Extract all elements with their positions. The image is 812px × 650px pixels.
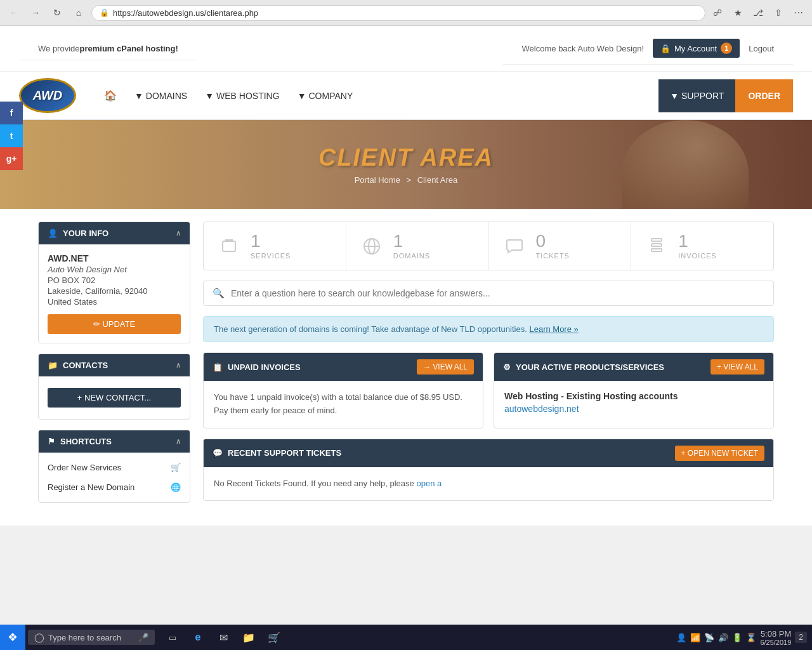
back-button[interactable]: ← (5, 4, 23, 22)
facebook-button[interactable]: f (0, 102, 23, 124)
contacts-header[interactable]: 📁 CONTACTS ∧ (39, 354, 190, 376)
right-main: 1 SERVICES 1 DOMAINS (203, 222, 774, 513)
your-info-body: AWD.NET Auto Web Design Net PO BOX 702 L… (39, 244, 190, 343)
share-icon[interactable]: ⇧ (770, 4, 787, 21)
nav-company-arrow-icon: ▼ (298, 91, 306, 101)
breadcrumb-home-link[interactable]: Portal Home (355, 175, 400, 185)
services-card-title: YOUR ACTIVE PRODUCTS/SERVICES (516, 362, 664, 372)
top-banner: We provide premium cPanel hosting! Welco… (0, 26, 812, 72)
logout-link[interactable]: Logout (749, 44, 774, 53)
search-bar: 🔍 (203, 281, 774, 306)
shortcut-domain-label: Register a New Domain (48, 482, 134, 492)
search-icon: 🔍 (213, 288, 225, 299)
twitter-button[interactable]: t (0, 124, 23, 147)
contacts-body: + NEW CONTACT... (39, 376, 190, 419)
shortcuts-chevron-icon: ∧ (176, 437, 181, 446)
tickets-count: 0 (536, 232, 570, 250)
nav-web-hosting[interactable]: ▼ WEB HOSTING (196, 78, 288, 113)
services-card-header: ⚙ YOUR ACTIVE PRODUCTS/SERVICES + VIEW A… (494, 353, 773, 381)
invoices-label: INVOICES (678, 252, 717, 260)
nav-domains-arrow-icon: ▼ (134, 91, 143, 101)
shortcut-order-services[interactable]: Order New Services 🛒 (39, 458, 190, 477)
nav-support-button[interactable]: ▼ SUPPORT (658, 79, 735, 112)
nav-order-button[interactable]: ORDER (735, 79, 793, 112)
services-card-icon: ⚙ (503, 362, 511, 372)
services-view-all-button[interactable]: + VIEW ALL (710, 359, 764, 375)
account-badge: 1 (721, 43, 732, 54)
stat-tickets: 0 TICKETS (489, 222, 632, 270)
more-options-icon[interactable]: ⋯ (790, 4, 807, 21)
open-ticket-link[interactable]: open a (416, 479, 442, 488)
address-bar[interactable]: 🔒 https://autowebdesign.us/clientarea.ph… (91, 5, 705, 21)
services-card-body: Web Hosting - Existing Hosting accounts … (494, 381, 773, 424)
logo-text: AWD (33, 88, 63, 103)
contacts-section: 📁 CONTACTS ∧ + NEW CONTACT... (38, 354, 190, 420)
domains-label: DOMAINS (393, 252, 430, 260)
service-name: Web Hosting - Existing Hosting accounts (504, 391, 763, 401)
your-info-header[interactable]: 👤 YOUR INFO ∧ (39, 222, 190, 244)
invoices-card-body: You have 1 unpaid invoice(s) with a tota… (204, 381, 483, 428)
learn-more-link[interactable]: Learn More » (529, 324, 578, 334)
svg-rect-0 (223, 241, 235, 251)
hero-person-image (622, 120, 749, 209)
home-button[interactable]: ⌂ (70, 4, 88, 22)
company-full-name: Auto Web Design Net (48, 265, 181, 274)
shortcut-register-domain[interactable]: Register a New Domain 🌐 (39, 477, 190, 497)
nav-logo: AWD (19, 72, 76, 119)
new-contact-button[interactable]: + NEW CONTACT... (48, 388, 181, 408)
invoices-card-header: 📋 UNPAID INVOICES → VIEW ALL (204, 353, 483, 381)
my-account-button[interactable]: 🔒 My Account 1 (653, 39, 740, 58)
cart-icon: 🛒 (171, 463, 181, 472)
page: We provide premium cPanel hosting! Welco… (0, 26, 812, 526)
search-input[interactable] (231, 288, 764, 298)
svg-rect-4 (652, 239, 662, 241)
address-country: United States (48, 297, 181, 307)
nav-domains[interactable]: ▼ DOMAINS (126, 78, 196, 113)
forward-button[interactable]: → (27, 4, 44, 22)
services-stat-icon (216, 235, 242, 258)
svg-rect-5 (652, 244, 662, 246)
bookmark-icon: ⚑ (48, 437, 55, 446)
hero-banner: CLIENT AREA Portal Home > Client Area (0, 120, 812, 209)
update-button[interactable]: ✏ UPDATE (48, 314, 181, 334)
stat-services: 1 SERVICES (204, 222, 346, 270)
lock-icon: 🔒 (100, 8, 109, 17)
your-info-chevron-icon: ∧ (176, 229, 181, 237)
invoices-view-all-button[interactable]: → VIEW ALL (417, 359, 474, 375)
alert-text: The next generation of domains is coming… (214, 324, 527, 334)
tickets-label: TICKETS (536, 252, 570, 260)
tickets-empty-text: No Recent Tickets Found. If you need any… (214, 477, 763, 491)
invoices-count: 1 (678, 232, 717, 250)
unpaid-invoices-card: 📋 UNPAID INVOICES → VIEW ALL You have 1 … (203, 352, 483, 428)
contacts-chevron-icon: ∧ (176, 361, 181, 369)
tickets-stat-icon (502, 235, 527, 258)
reader-view-icon[interactable]: ☍ (709, 4, 726, 21)
breadcrumb-current-link[interactable]: Client Area (417, 175, 458, 185)
service-link[interactable]: autowebdesign.net (504, 404, 763, 414)
bookmark-star-icon[interactable]: ★ (730, 4, 746, 21)
stat-domains: 1 DOMAINS (346, 222, 489, 270)
globe-small-icon: 🌐 (171, 482, 181, 492)
logo-oval: AWD (19, 78, 76, 113)
svg-rect-6 (652, 249, 662, 251)
banner-right: Welcome back Auto Web Design! 🔒 My Accou… (503, 32, 793, 65)
reload-button[interactable]: ↻ (48, 4, 66, 22)
domains-stat-icon (359, 235, 384, 258)
address-line2: Lakeside, California, 92040 (48, 286, 181, 296)
hero-content: CLIENT AREA Portal Home > Client Area (318, 144, 494, 185)
your-info-section: 👤 YOUR INFO ∧ AWD.NET Auto Web Design Ne… (38, 222, 190, 343)
browser-chrome: ← → ↻ ⌂ 🔒 https://autowebdesign.us/clien… (0, 0, 812, 26)
services-count: 1 (251, 232, 291, 250)
support-tickets-card: 💬 RECENT SUPPORT TICKETS + OPEN NEW TICK… (203, 439, 774, 501)
active-services-card: ⚙ YOUR ACTIVE PRODUCTS/SERVICES + VIEW A… (494, 352, 774, 428)
shortcuts-header[interactable]: ⚑ SHORTCUTS ∧ (39, 430, 190, 453)
alert-banner: The next generation of domains is coming… (203, 316, 774, 342)
google-plus-button[interactable]: g+ (0, 147, 23, 170)
ticket-card-icon: 💬 (213, 448, 223, 458)
extensions-icon[interactable]: ⎇ (750, 4, 766, 21)
tickets-card-body: No Recent Tickets Found. If you need any… (204, 467, 773, 501)
nav-company[interactable]: ▼ COMPANY (289, 78, 362, 113)
nav-home[interactable]: 🏠 (95, 78, 126, 113)
nav-bar: AWD 🏠 ▼ DOMAINS ▼ WEB HOSTING ▼ COMPANY … (0, 72, 812, 120)
open-new-ticket-button[interactable]: + OPEN NEW TICKET (675, 446, 764, 461)
